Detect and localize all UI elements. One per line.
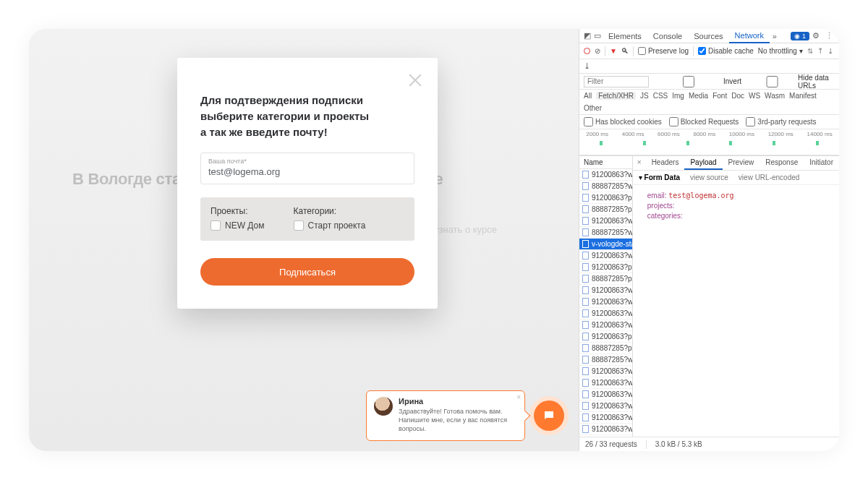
form-data-body: email: test@logema.orgprojects: categori… (633, 185, 839, 226)
request-row[interactable]: 91200863?wv-part=33&wmo… (579, 400, 632, 412)
gear-icon[interactable]: ⚙ (809, 31, 822, 40)
name-column-header[interactable]: Name (579, 156, 632, 169)
request-type-filter: AllFetch/XHRJSCSSImgMediaFontDocWSWasmMa… (579, 90, 839, 115)
file-icon (582, 182, 589, 190)
filter-icon[interactable]: ▼ (610, 47, 617, 55)
categories-column: Категории: Старт проекта (294, 206, 366, 231)
type-filter-media[interactable]: Media (689, 92, 708, 100)
record-icon[interactable] (584, 48, 590, 54)
request-row[interactable]: 88887285?page-url=https%3… (579, 343, 632, 354)
request-row[interactable]: 91200863?wv-part=29&wmo… (579, 412, 632, 424)
checkbox-icon[interactable] (294, 220, 304, 231)
view-urlencoded-link[interactable]: view URL-encoded (739, 173, 800, 181)
close-icon[interactable] (406, 71, 425, 90)
type-filter-img[interactable]: Img (672, 92, 684, 100)
export-icon[interactable]: ⤓ (584, 61, 590, 71)
hide-dataurls-checkbox[interactable]: Hide data URLs (749, 74, 835, 90)
request-row[interactable]: 88887285?page-url=https%3… (579, 273, 632, 285)
type-filter-css[interactable]: CSS (653, 92, 668, 100)
project-option[interactable]: NEW Дом (210, 220, 265, 231)
request-row[interactable]: 91200863?wv-part=34&wmo… (579, 424, 632, 435)
request-row[interactable]: 91200863?page-url=https%3… (579, 192, 632, 204)
file-icon (582, 321, 589, 329)
type-filter-fetchxhr[interactable]: Fetch/XHR (596, 92, 636, 100)
type-filter-other[interactable]: Other (584, 104, 602, 112)
request-row[interactable]: 88887285?wv-part=5&wv-ch… (579, 181, 632, 192)
download-icon[interactable]: ⤓ (827, 47, 833, 55)
page-subtext-blurred: узнать о курсе (434, 224, 497, 235)
request-row[interactable]: 88887285?page-url=https%3… (579, 204, 632, 215)
view-source-link[interactable]: view source (690, 173, 728, 181)
payload-section-bar: ▾ Form Data view source view URL-encoded (633, 171, 839, 185)
avatar (374, 397, 393, 416)
invert-checkbox[interactable]: Invert (656, 76, 741, 87)
request-row[interactable]: 88887285?wv-part=6&wv-ch… (579, 227, 632, 239)
request-row[interactable]: v-vologde-startuyut-proekty-… (579, 239, 632, 250)
request-row[interactable]: 91200863?wv-part=29&wmo… (579, 169, 632, 181)
type-filter-all[interactable]: All (584, 92, 592, 100)
type-filter-ws[interactable]: WS (749, 92, 760, 100)
checkbox-icon[interactable] (210, 220, 221, 231)
request-row[interactable]: 91200863?wv-part=32&wmo… (579, 377, 632, 389)
website-pane: В Вологде старт axi Life узнать о курсе … (29, 29, 579, 451)
tab-preview[interactable]: Preview (723, 156, 760, 170)
upload-icon[interactable]: ⤒ (817, 47, 823, 55)
request-row[interactable]: 91200863?wv-part=6&wv-ch… (579, 215, 632, 227)
filter-check[interactable]: 3rd-party requests (746, 117, 816, 127)
request-row[interactable]: 91200863?wv-part=30&wmo… (579, 285, 632, 296)
kebab-icon[interactable]: ⋮ (822, 31, 836, 40)
type-filter-wasm[interactable]: Wasm (765, 92, 785, 100)
tab-sources[interactable]: Sources (688, 30, 728, 43)
throttling-select[interactable]: No throttling ▾ (758, 47, 803, 55)
preserve-log-checkbox[interactable]: Preserve log (638, 47, 689, 55)
tab-elements[interactable]: Elements (603, 30, 647, 43)
request-row[interactable]: 91200863?page-url=https%3… (579, 331, 632, 343)
request-row[interactable]: 88887285?wv-part=7&wv-ch… (579, 354, 632, 366)
network-split: Name 91200863?wv-part=29&wmo…88887285?wv… (579, 155, 839, 437)
wifi-icon[interactable]: ⇅ (807, 47, 813, 55)
more-tabs-icon[interactable]: » (770, 32, 780, 40)
request-row[interactable]: 91200863?wv-part=28&wmo… (579, 389, 632, 400)
chat-fab-button[interactable] (534, 400, 564, 431)
filter-input[interactable] (584, 76, 649, 87)
inspect-icon[interactable]: ◩ (582, 31, 592, 40)
tab-network[interactable]: Network (729, 29, 770, 43)
network-timeline[interactable]: 2000 ms4000 ms6000 ms8000 ms10000 ms1200… (579, 129, 839, 155)
tab-console[interactable]: Console (647, 30, 688, 43)
request-row[interactable]: 91200863?wv-part=25&wmo… (579, 250, 632, 262)
type-filter-doc[interactable]: Doc (731, 92, 744, 100)
request-row[interactable]: 91200863?wv-part=27&wmo… (579, 320, 632, 331)
file-icon (582, 171, 589, 179)
filter-check[interactable]: Blocked Requests (669, 117, 739, 127)
chat-agent-name: Ирина (399, 397, 517, 406)
tab-response[interactable]: Response (760, 156, 804, 170)
file-icon (582, 356, 589, 364)
request-row[interactable]: 91200863?wv-part=7&wv-ch… (579, 366, 632, 377)
type-filter-manifest[interactable]: Manifest (789, 92, 817, 100)
clear-icon[interactable]: ⊘ (595, 47, 600, 55)
tab-payload[interactable]: Payload (684, 156, 722, 170)
email-field-wrap[interactable]: Ваша почта* (200, 153, 414, 184)
type-filter-js[interactable]: JS (640, 92, 649, 100)
request-row[interactable]: 91200863?wv-part=26&wmo… (579, 296, 632, 308)
file-icon (582, 194, 589, 202)
close-icon[interactable]: × (633, 156, 646, 170)
filter-check[interactable]: Has blocked cookies (584, 117, 662, 127)
tab-headers[interactable]: Headers (646, 156, 685, 170)
search-icon[interactable]: 🔍︎ (621, 47, 629, 55)
category-option[interactable]: Старт проекта (294, 220, 366, 231)
file-icon (582, 367, 589, 375)
tab-initiator[interactable]: Initiator (804, 156, 839, 170)
formdata-label[interactable]: ▾ Form Data (639, 173, 680, 181)
issues-badge[interactable]: ◉ 1 (791, 32, 809, 40)
close-icon[interactable]: × (516, 393, 521, 401)
device-icon[interactable]: ▭ (592, 31, 603, 40)
type-filter-font[interactable]: Font (712, 92, 727, 100)
email-input[interactable] (208, 166, 407, 177)
request-row[interactable]: 91200863?page-url=https%3… (579, 262, 632, 273)
file-icon (582, 298, 589, 306)
chat-bubble[interactable]: × Ирина Здравствуйте! Готова помочь вам.… (366, 390, 525, 441)
request-row[interactable]: 91200863?wv-part=31&wmo… (579, 308, 632, 320)
disable-cache-checkbox[interactable]: Disable cache (698, 47, 754, 55)
subscribe-button[interactable]: Подписаться (200, 258, 414, 286)
